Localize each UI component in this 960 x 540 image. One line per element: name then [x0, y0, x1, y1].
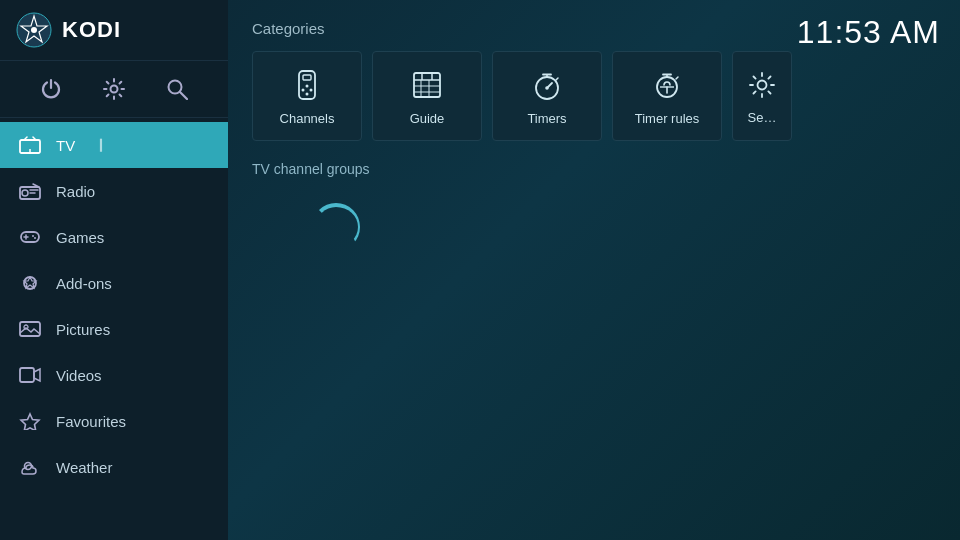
- channels-icon: [289, 67, 325, 103]
- svg-rect-25: [20, 368, 34, 382]
- sidebar-item-pictures[interactable]: Pictures: [0, 306, 228, 352]
- sidebar-toolbar: [0, 61, 228, 118]
- category-card-timers[interactable]: Timers: [492, 51, 602, 141]
- addons-icon: [18, 271, 42, 295]
- power-button[interactable]: [33, 71, 69, 107]
- clock-display: 11:53 AM: [797, 14, 940, 51]
- sidebar-item-videos-label: Videos: [56, 367, 102, 384]
- sidebar-item-favourites[interactable]: Favourites: [0, 398, 228, 444]
- svg-point-20: [34, 237, 36, 239]
- svg-point-19: [32, 235, 34, 237]
- search-icon: [166, 78, 188, 100]
- timer-rules-label: Timer rules: [635, 111, 700, 126]
- category-cards: Channels Guide: [252, 51, 936, 141]
- settings-icon: [103, 78, 125, 100]
- svg-marker-26: [34, 369, 40, 381]
- settings-partial-icon: [745, 68, 779, 102]
- category-card-settings-partial[interactable]: Se…: [732, 51, 792, 141]
- sidebar-item-addons-label: Add-ons: [56, 275, 112, 292]
- games-icon: [18, 225, 42, 249]
- sidebar-item-tv[interactable]: TV ▎: [0, 122, 228, 168]
- category-card-channels[interactable]: Channels: [252, 51, 362, 141]
- guide-icon: [409, 67, 445, 103]
- category-card-guide[interactable]: Guide: [372, 51, 482, 141]
- weather-icon: [18, 455, 42, 479]
- svg-point-12: [22, 190, 28, 196]
- sidebar-item-videos[interactable]: Videos: [0, 352, 228, 398]
- sidebar-header: KODI: [0, 0, 228, 61]
- guide-label: Guide: [410, 111, 445, 126]
- svg-rect-30: [303, 75, 311, 80]
- settings-button[interactable]: [96, 71, 132, 107]
- svg-line-54: [676, 77, 678, 79]
- timers-label: Timers: [527, 111, 566, 126]
- sidebar-item-games[interactable]: Games: [0, 214, 228, 260]
- svg-rect-23: [20, 322, 40, 336]
- svg-point-3: [110, 86, 117, 93]
- timers-icon: [529, 67, 565, 103]
- sidebar-nav: TV ▎ Radio: [0, 118, 228, 540]
- sidebar-item-tv-label: TV: [56, 137, 75, 154]
- power-icon: [40, 78, 62, 100]
- videos-icon: [18, 363, 42, 387]
- channels-label: Channels: [280, 111, 335, 126]
- radio-icon: [18, 179, 42, 203]
- pictures-icon: [18, 317, 42, 341]
- svg-point-55: [758, 80, 767, 89]
- svg-line-48: [556, 78, 558, 80]
- sidebar-item-radio-label: Radio: [56, 183, 95, 200]
- timer-rules-icon: [649, 67, 685, 103]
- svg-rect-35: [414, 73, 440, 97]
- svg-marker-27: [21, 414, 39, 430]
- svg-point-32: [302, 88, 305, 91]
- category-card-timer-rules[interactable]: Timer rules: [612, 51, 722, 141]
- sidebar-item-favourites-label: Favourites: [56, 413, 126, 430]
- favourites-icon: [18, 409, 42, 433]
- svg-point-47: [545, 86, 549, 90]
- svg-point-31: [306, 84, 309, 87]
- tv-icon: [18, 133, 42, 157]
- svg-point-2: [31, 27, 37, 33]
- svg-point-33: [310, 88, 313, 91]
- loading-spinner: [312, 203, 360, 251]
- sidebar-item-games-label: Games: [56, 229, 104, 246]
- sidebar-item-weather-label: Weather: [56, 459, 112, 476]
- kodi-wordmark: KODI: [62, 17, 121, 43]
- sidebar-item-weather[interactable]: Weather: [0, 444, 228, 490]
- settings-partial-label: Se…: [748, 110, 777, 125]
- sidebar-item-pictures-label: Pictures: [56, 321, 110, 338]
- main-content: 11:53 AM Categories Channels: [228, 0, 960, 540]
- svg-point-34: [306, 92, 309, 95]
- section-title: TV channel groups: [252, 161, 936, 177]
- sidebar-item-addons[interactable]: Add-ons: [0, 260, 228, 306]
- sidebar-item-radio[interactable]: Radio: [0, 168, 228, 214]
- svg-line-5: [180, 92, 187, 99]
- sidebar: KODI: [0, 0, 228, 540]
- search-button[interactable]: [159, 71, 195, 107]
- kodi-logo-icon: [16, 12, 52, 48]
